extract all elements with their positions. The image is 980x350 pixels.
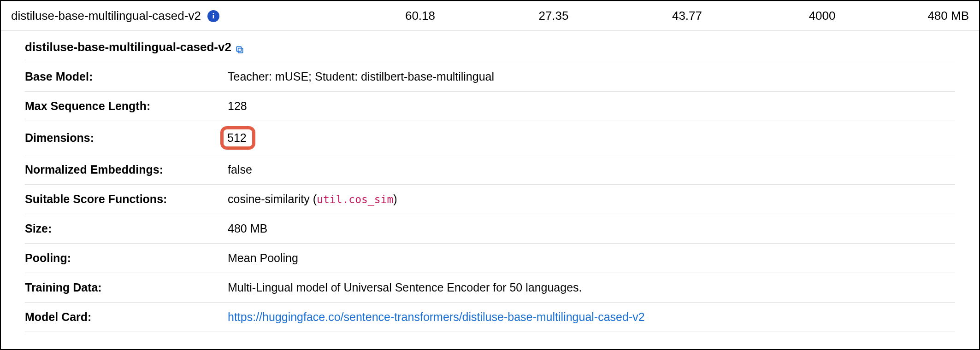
value-max-seq-len: 128 [228,99,955,113]
summary-col-5: 480 MB [836,9,969,23]
svg-rect-0 [238,48,243,52]
row-normalized: Normalized Embeddings: false [25,155,955,185]
row-score-fn: Suitable Score Functions: cosine-similar… [25,185,955,214]
label-max-seq-len: Max Sequence Length: [25,99,228,113]
score-fn-prefix: cosine-similarity ( [228,192,317,205]
row-dimensions: Dimensions: 512 [25,121,955,155]
label-pooling: Pooling: [25,251,228,265]
score-fn-code: util.cos_sim [317,193,393,205]
value-pooling: Mean Pooling [228,251,955,265]
model-name: distiluse-base-multilingual-cased-v2 [11,9,201,23]
label-normalized: Normalized Embeddings: [25,163,228,176]
value-score-fn: cosine-similarity (util.cos_sim) [228,192,955,206]
dimensions-highlight: 512 [220,126,255,150]
details-title: distiluse-base-multilingual-cased-v2 [25,40,231,54]
summary-col-3: 43.77 [569,9,703,23]
score-fn-suffix: ) [393,192,397,205]
value-base-model: Teacher: mUSE; Student: distilbert-base-… [228,70,955,83]
summary-col-4: 4000 [702,9,836,23]
label-score-fn: Suitable Score Functions: [25,192,228,206]
info-icon[interactable]: i [207,10,219,22]
model-details: distiluse-base-multilingual-cased-v2 Bas… [1,31,979,332]
model-card-link[interactable]: https://huggingface.co/sentence-transfor… [228,310,645,323]
row-model-card: Model Card: https://huggingface.co/sente… [25,303,955,332]
svg-rect-1 [236,47,241,51]
label-model-card: Model Card: [25,310,228,324]
value-size: 480 MB [228,222,955,235]
model-summary-row[interactable]: distiluse-base-multilingual-cased-v2 i 6… [1,1,979,31]
copy-icon[interactable] [235,43,243,52]
value-normalized: false [228,163,955,176]
value-training-data: Multi-Lingual model of Universal Sentenc… [228,281,955,294]
row-base-model: Base Model: Teacher: mUSE; Student: dist… [25,62,955,92]
label-size: Size: [25,222,228,235]
label-training-data: Training Data: [25,281,228,294]
row-training-data: Training Data: Multi-Lingual model of Un… [25,273,955,303]
value-dimensions: 512 [228,129,955,147]
summary-col-1: 60.18 [361,9,435,23]
label-base-model: Base Model: [25,70,228,83]
details-title-row: distiluse-base-multilingual-cased-v2 [25,31,955,62]
summary-col-2: 27.35 [435,9,569,23]
row-pooling: Pooling: Mean Pooling [25,244,955,273]
row-max-seq-len: Max Sequence Length: 128 [25,92,955,121]
label-dimensions: Dimensions: [25,131,228,145]
row-size: Size: 480 MB [25,214,955,244]
